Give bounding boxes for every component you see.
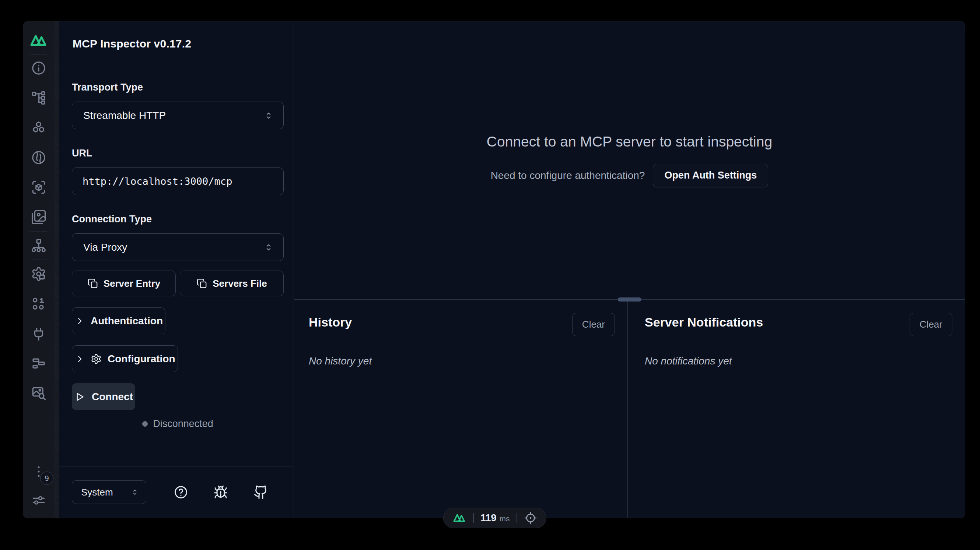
history-panel: History Clear No history yet (294, 300, 627, 518)
mcp-logo-icon (29, 30, 48, 51)
connection-status: Disconnected (72, 418, 284, 430)
bottom-panels: History Clear No history yet Server Noti… (294, 300, 965, 518)
notifications-clear-button[interactable]: Clear (910, 313, 952, 336)
server-entry-button[interactable]: Server Entry (72, 271, 176, 296)
inspector-empty-state: Connect to an MCP server to start inspec… (294, 21, 965, 299)
rail-scrollbar[interactable] (54, 21, 59, 518)
gear-icon[interactable] (30, 266, 47, 282)
status-text: Disconnected (153, 418, 213, 430)
images-icon[interactable] (30, 209, 47, 225)
sliders-icon[interactable] (30, 492, 47, 509)
cube-scan-icon[interactable] (30, 179, 47, 195)
mcp-logo-icon (452, 511, 466, 525)
latency-readout: 119 ms (480, 512, 510, 524)
connection-type-label: Connection Type (72, 214, 284, 225)
latency-status-pill: 119 ms (443, 508, 546, 528)
binary-icon[interactable] (30, 296, 47, 312)
more-count-badge: 9 (40, 472, 53, 485)
rail-bottom: 9 (30, 463, 47, 518)
connection-type-value: Via Proxy (83, 241, 127, 253)
history-title: History (309, 315, 352, 330)
transport-type-select[interactable]: Streamable HTTP (72, 101, 284, 129)
chevron-right-icon (75, 316, 85, 326)
icon-rail: 9 (23, 21, 54, 518)
pill-separator (473, 513, 474, 523)
transport-type-label: Transport Type (72, 82, 284, 93)
pill-separator (517, 513, 517, 523)
hexagons-icon[interactable] (30, 120, 47, 136)
copy-icon (196, 278, 207, 289)
status-dot-icon (142, 421, 148, 427)
chevrons-up-down-icon (130, 488, 139, 497)
server-notifications-title: Server Notifications (645, 315, 763, 330)
list-tree-icon[interactable] (30, 90, 47, 106)
blocks-icon[interactable] (30, 355, 47, 371)
configuration-label: Configuration (108, 353, 175, 365)
chevrons-up-down-icon (263, 111, 274, 121)
authentication-label: Authentication (91, 315, 163, 327)
connection-sidebar: MCP Inspector v0.17.2 Transport Type Str… (59, 21, 294, 518)
notifications-empty-text: No notifications yet (645, 355, 952, 367)
authentication-expander[interactable]: Authentication (72, 307, 165, 334)
url-input[interactable]: http://localhost:3000/mcp (72, 168, 284, 195)
chevrons-up-down-icon (263, 242, 274, 252)
sidebar-footer: System (59, 466, 294, 518)
info-icon[interactable] (30, 60, 47, 76)
main-area: Connect to an MCP server to start inspec… (294, 21, 965, 518)
servers-file-button[interactable]: Servers File (180, 271, 284, 296)
latency-unit: ms (500, 514, 510, 523)
transport-type-value: Streamable HTTP (83, 110, 166, 122)
app-title: MCP Inspector v0.17.2 (73, 38, 191, 50)
bug-icon[interactable] (213, 484, 229, 500)
url-value: http://localhost:3000/mcp (83, 176, 232, 187)
desktop-background: 9 MCP Inspector v0.17.2 Transport Type (0, 0, 980, 550)
configuration-expander[interactable]: Configuration (72, 345, 178, 372)
gear-icon (91, 353, 102, 365)
panel-split-divider (294, 299, 965, 300)
server-entry-label: Server Entry (103, 278, 161, 289)
footer-icons (161, 484, 281, 500)
locate-icon[interactable] (524, 511, 537, 525)
connect-button[interactable]: Connect (72, 383, 135, 410)
auth-prompt: Need to configure authentication? (491, 170, 645, 181)
chevron-right-icon (75, 354, 85, 364)
help-circle-icon[interactable] (173, 484, 189, 500)
servers-file-label: Servers File (213, 278, 267, 289)
connect-label: Connect (92, 391, 133, 403)
latency-value: 119 (480, 512, 496, 524)
image-search-icon[interactable] (30, 385, 47, 401)
history-clear-button[interactable]: Clear (572, 313, 615, 336)
resize-handle[interactable] (618, 298, 641, 301)
more-ellipsis-icon[interactable]: 9 (30, 463, 47, 480)
plug-icon[interactable] (30, 325, 47, 342)
server-notifications-panel: Server Notifications Clear No notificati… (627, 300, 965, 518)
rail-divider (30, 260, 47, 260)
empty-state-title: Connect to an MCP server to start inspec… (487, 134, 772, 150)
open-auth-settings-button[interactable]: Open Auth Settings (653, 164, 768, 187)
github-icon[interactable] (253, 484, 269, 500)
rail-nav-top (30, 60, 47, 225)
copy-icon (88, 278, 99, 289)
connection-type-select[interactable]: Via Proxy (72, 233, 284, 261)
sidebar-body: Transport Type Streamable HTTP URL http:… (59, 66, 294, 466)
url-label: URL (72, 147, 284, 159)
rail-divider (30, 231, 47, 231)
app-window: 9 MCP Inspector v0.17.2 Transport Type (23, 21, 965, 518)
play-icon (74, 391, 85, 403)
theme-select[interactable]: System (72, 480, 146, 504)
rail-divider (30, 54, 47, 55)
sidebar-header: MCP Inspector v0.17.2 (59, 21, 294, 66)
network-icon[interactable] (30, 238, 47, 254)
tools-icon[interactable] (30, 149, 47, 166)
auth-row: Need to configure authentication? Open A… (491, 164, 768, 187)
history-empty-text: No history yet (309, 355, 615, 367)
theme-value: System (81, 487, 113, 498)
rail-nav-bottom (30, 266, 47, 401)
